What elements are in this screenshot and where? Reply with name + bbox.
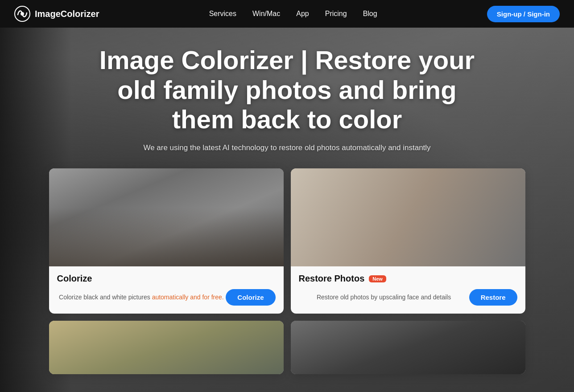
hero-content: Image Colorizer | Restore your old famil… xyxy=(0,28,574,374)
hero-title: Image Colorizer | Restore your old famil… xyxy=(87,45,488,135)
colorize-card-body: Colorize Colorize black and white pictur… xyxy=(49,266,284,314)
restore-title-row: Restore Photos New xyxy=(299,274,517,284)
colorize-button[interactable]: Colorize xyxy=(226,289,275,306)
nav-pricing[interactable]: Pricing xyxy=(325,10,347,17)
colorize-title-row: Colorize xyxy=(57,274,276,284)
restore-footer: Restore old photos by upscaling face and… xyxy=(299,289,517,306)
hero-section: Image Colorizer | Restore your old famil… xyxy=(0,28,574,392)
brand-name: ImageColorizer xyxy=(35,9,99,19)
nav-winmac[interactable]: Win/Mac xyxy=(252,10,280,17)
new-badge: New xyxy=(369,275,386,282)
brand-link[interactable]: ImageColorizer xyxy=(14,6,99,22)
bottom-right-image xyxy=(291,321,525,374)
nav-blog[interactable]: Blog xyxy=(363,10,377,17)
hero-subtitle: We are using the latest AI technology to… xyxy=(0,143,574,152)
colorize-footer: Colorize black and white pictures automa… xyxy=(57,289,276,306)
colorize-card-image xyxy=(49,168,284,266)
colorize-desc-highlight: automatically and for free. xyxy=(152,294,224,301)
cards-grid: Colorize Colorize black and white pictur… xyxy=(42,168,533,314)
nav-services[interactable]: Services xyxy=(209,10,236,17)
cards-grid-bottom xyxy=(42,321,533,374)
logo-icon xyxy=(14,6,30,22)
colorize-desc: Colorize black and white pictures automa… xyxy=(57,293,226,302)
restore-title: Restore Photos xyxy=(299,274,365,284)
restore-desc: Restore old photos by upscaling face and… xyxy=(299,293,469,302)
nav-links: Services Win/Mac App Pricing Blog xyxy=(209,10,377,18)
bottom-left-card xyxy=(49,321,284,374)
restore-button[interactable]: Restore xyxy=(469,289,517,306)
restore-card: Restore Photos New Restore old photos by… xyxy=(291,168,525,314)
colorize-title: Colorize xyxy=(57,274,92,284)
colorize-card: Colorize Colorize black and white pictur… xyxy=(49,168,284,314)
restore-card-image xyxy=(291,168,525,266)
bottom-left-image xyxy=(49,321,284,374)
restore-card-body: Restore Photos New Restore old photos by… xyxy=(291,266,525,314)
navbar: ImageColorizer Services Win/Mac App Pric… xyxy=(0,0,574,28)
signup-button[interactable]: Sign-up / Sign-in xyxy=(487,6,560,22)
bottom-right-card xyxy=(291,321,525,374)
svg-point-1 xyxy=(21,12,24,16)
nav-app[interactable]: App xyxy=(296,10,309,17)
